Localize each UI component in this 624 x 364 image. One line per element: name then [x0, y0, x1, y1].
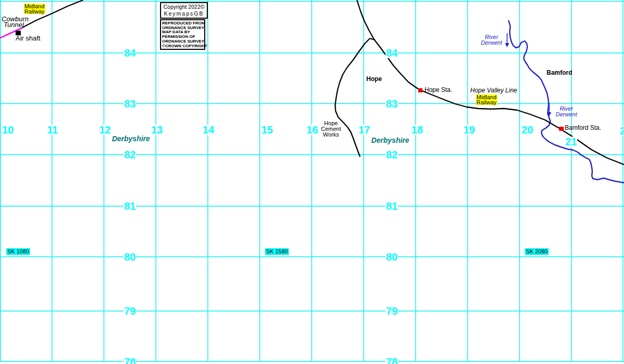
grid-col-label-10: 10	[2, 125, 14, 135]
grid-row-label-81-e: 81	[386, 201, 398, 211]
grid-col-label-19: 19	[463, 125, 475, 135]
grid-row-label-83: 83	[124, 99, 136, 109]
grid-col-label-22-partial: 2	[619, 126, 624, 136]
grid-col-label-20: 20	[521, 125, 534, 135]
map-drawing-layer	[0, 0, 624, 364]
grid-row-label-78-e: 78	[386, 357, 398, 364]
grid-col-label-17: 17	[358, 125, 370, 135]
grid-row-label-80: 80	[124, 252, 136, 262]
midland-railway-tag-east: Midland Railway	[476, 95, 497, 105]
grid-row-label-83-e: 83	[386, 99, 398, 109]
grid-col-label-15: 15	[261, 125, 273, 135]
grid-row-label-80-e: 80	[386, 252, 398, 262]
bamford-label: Bamford	[547, 70, 572, 76]
copyright-box: Copyright 2022© KeymapsGB	[160, 2, 208, 19]
bamford-station-label: Bamford Sta.	[565, 125, 601, 131]
grid-row-label-79: 79	[124, 306, 136, 316]
grid-row-label-84: 84	[124, 48, 136, 58]
air-shaft-label: Air shaft	[16, 35, 41, 41]
bamford-station-marker	[559, 127, 564, 131]
cement-works-branch-path	[335, 38, 375, 157]
grid-ref-sk2080: SK 2080	[525, 248, 549, 255]
copyright-line1: Copyright 2022©	[162, 4, 206, 10]
river-flow-arrow-icon	[505, 33, 509, 47]
grid-ref-sk1080: SK 1080	[6, 248, 30, 255]
grid-row-label-81: 81	[124, 201, 136, 211]
grid-ref-sk1580: SK 1580	[265, 248, 289, 255]
grid-col-label-11: 11	[46, 125, 58, 135]
grid-col-label-18: 18	[411, 125, 423, 135]
grid-row-label-78: 78	[124, 357, 136, 364]
os-notice-box: REPRODUCED FROM ORDNANCE SURVEY MAP DATA…	[160, 19, 205, 50]
cowburn-tunnel-label: Cowburn Tunnel	[2, 17, 29, 28]
river-derwent-label-south: River Derwent	[554, 106, 579, 117]
grid-col-label-14: 14	[202, 125, 215, 135]
hope-station-label: Hope Sta.	[424, 87, 452, 93]
map-canvas: 10 11 12 13 14 15 16 17 18 19 20 21 2 84…	[0, 0, 624, 364]
hope-label: Hope	[366, 76, 382, 82]
river-derwent-label-north: River Derwent	[479, 34, 504, 46]
grid-lines	[0, 0, 624, 361]
grid-row-label-82: 82	[124, 150, 136, 160]
grid-col-label-12: 12	[99, 125, 111, 135]
hope-cement-works-label: Hope Cement Works	[315, 120, 347, 138]
county-label-derbyshire-east: Derbyshire	[371, 136, 409, 144]
river-derwent-path	[509, 21, 624, 183]
county-label-derbyshire-west: Derbyshire	[112, 134, 150, 143]
os-notice-line: ©CROWN COPYRIGHT	[162, 44, 204, 49]
grid-row-label-84-e: 84	[386, 48, 398, 58]
grid-col-label-13: 13	[151, 125, 163, 135]
hope-station-marker	[418, 88, 422, 92]
copyright-line2: KeymapsGB	[162, 10, 206, 17]
grid-row-label-79-e: 79	[386, 306, 398, 316]
hope-valley-line-label: Hope Valley Line	[470, 88, 517, 93]
grid-row-label-82-e: 82	[386, 150, 398, 160]
grid-col-label-21: 21	[565, 137, 577, 147]
midland-railway-tag-west: Midland Railway	[24, 4, 45, 14]
